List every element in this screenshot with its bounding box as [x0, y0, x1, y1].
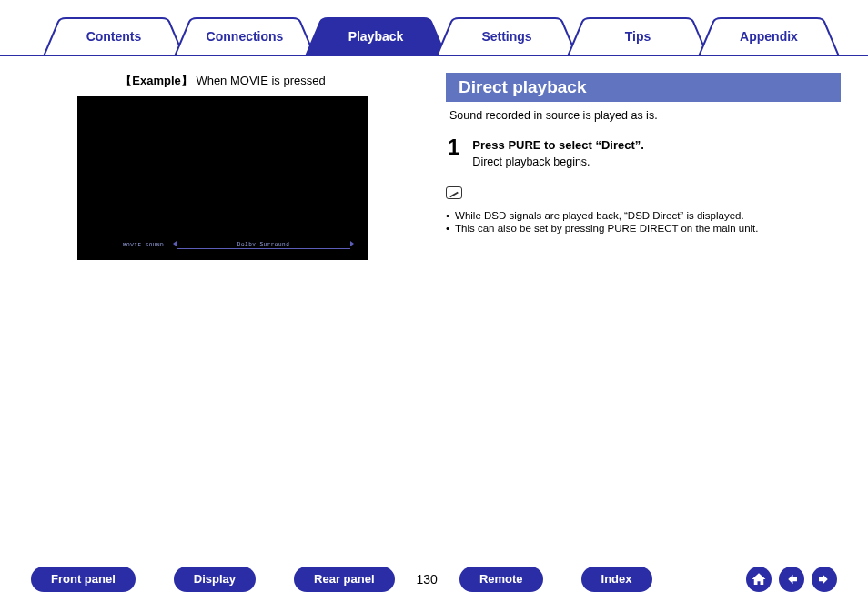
index-button[interactable]: Index: [581, 567, 652, 592]
remote-button[interactable]: Remote: [459, 567, 543, 592]
note-item: While DSD signals are played back, “DSD …: [446, 210, 841, 221]
display-button[interactable]: Display: [174, 567, 256, 592]
step-1: 1 Press PURE to select “Direct”. Direct …: [448, 136, 841, 168]
note-item: This can also be set by pressing PURE DI…: [446, 223, 841, 234]
footer-row: Front panel Display Rear panel 130 Remot…: [0, 567, 868, 592]
tab-tips[interactable]: Tips: [574, 29, 701, 44]
prev-page-button[interactable]: [779, 567, 804, 592]
tv-preview: MOVIE SOUND Dolby Surround: [77, 96, 368, 260]
section-header: Direct playback: [446, 73, 841, 102]
step-title: Press PURE to select “Direct”.: [472, 138, 644, 152]
rear-panel-button[interactable]: Rear panel: [294, 567, 394, 592]
tab-playback[interactable]: Playback: [312, 29, 439, 44]
osd-label: MOVIE SOUND: [123, 242, 164, 248]
page-number: 130: [417, 572, 438, 587]
note-block: While DSD signals are played back, “DSD …: [446, 186, 841, 234]
note-list: While DSD signals are played back, “DSD …: [446, 210, 841, 234]
top-tab-row: Contents Connections Playback Settings T…: [0, 16, 868, 56]
tv-osd: MOVIE SOUND Dolby Surround: [123, 241, 350, 249]
left-column: 【Example】 When MOVIE is pressed MOVIE SO…: [27, 73, 419, 260]
main-content: 【Example】 When MOVIE is pressed MOVIE SO…: [0, 56, 868, 260]
pencil-icon: [446, 186, 462, 199]
arrow-left-icon: [783, 571, 800, 587]
nav-icon-group: [746, 567, 837, 592]
tab-connections[interactable]: Connections: [181, 29, 308, 44]
next-page-button[interactable]: [812, 567, 837, 592]
step-number: 1: [448, 136, 459, 168]
osd-mode: Dolby Surround: [177, 241, 350, 249]
home-icon: [751, 571, 767, 587]
front-panel-button[interactable]: Front panel: [31, 567, 136, 592]
right-column: Direct playback Sound recorded in source…: [446, 73, 841, 260]
home-button[interactable]: [746, 567, 772, 592]
tab-appendix[interactable]: Appendix: [705, 29, 833, 44]
tab-contents[interactable]: Contents: [50, 29, 177, 44]
example-caption-bold: 【Example】: [120, 74, 192, 87]
example-caption: 【Example】 When MOVIE is pressed: [27, 73, 419, 89]
example-caption-text: When MOVIE is pressed: [196, 74, 325, 87]
section-intro: Sound recorded in source is played as is…: [449, 109, 841, 122]
tab-settings[interactable]: Settings: [443, 29, 570, 44]
arrow-right-icon: [816, 571, 833, 587]
step-desc: Direct playback begins.: [472, 156, 644, 168]
